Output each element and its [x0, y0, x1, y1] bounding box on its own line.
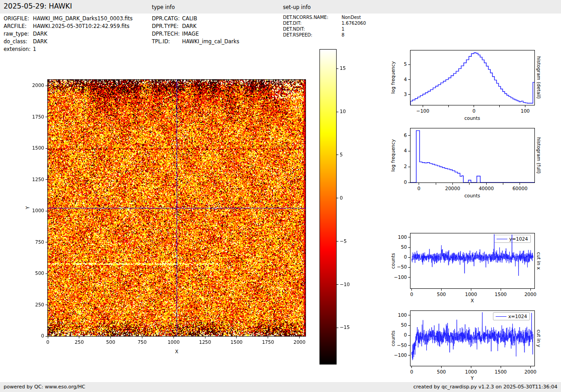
x-tick	[525, 105, 525, 107]
y-tick	[46, 148, 47, 149]
hist-full-right-label: histogram (full)	[536, 137, 542, 174]
info-value: DARK	[33, 31, 47, 37]
y-tick-label: −100	[387, 352, 407, 358]
x-minor-tick	[436, 183, 436, 185]
y-tick-label: −50	[387, 264, 407, 269]
y-tick	[46, 86, 47, 86]
y-tick	[46, 242, 47, 242]
info-label: raw_type:	[4, 31, 29, 37]
y-tick	[408, 151, 410, 151]
y-tick-label: 0	[387, 254, 407, 260]
x-tick-label: 2000	[519, 292, 542, 297]
colorbar-tick	[337, 241, 338, 242]
y-tick-label: 750	[24, 239, 44, 245]
y-tick	[46, 336, 47, 337]
x-tick-label: 250	[68, 339, 91, 345]
x-tick-label: 1500	[489, 369, 512, 374]
y-tick	[408, 182, 410, 183]
cut-y-right-label: cut in y	[536, 329, 542, 347]
x-tick-label: 500	[100, 339, 122, 345]
y-tick-label: −50	[387, 342, 407, 348]
y-tick	[46, 273, 47, 274]
y-tick-label: 1500	[24, 145, 44, 150]
colorbar-tick-label: −5	[340, 238, 347, 244]
x-tick	[173, 337, 174, 338]
colorbar-tick-label: −10	[340, 282, 350, 287]
x-minor-tick	[503, 183, 503, 185]
info-value: 1	[342, 27, 344, 32]
info-value: HAWKI.2025-05-30T10:22:42.959.fits	[33, 23, 129, 29]
x-tick	[452, 183, 453, 185]
colorbar-tick-label: −15	[340, 324, 350, 330]
cut-x-xlabel: X	[470, 298, 474, 303]
colorbar-tick-label: 10	[340, 109, 346, 114]
colorbar-tick-label: 5	[340, 152, 343, 157]
y-tick	[408, 94, 410, 95]
x-tick	[471, 366, 471, 368]
info-value: HAWKI_img_cal_Darks	[182, 38, 239, 45]
x-tick-label: 500	[430, 292, 452, 297]
x-tick	[411, 366, 412, 368]
y-tick	[408, 315, 410, 315]
y-tick-label: 100	[387, 312, 407, 318]
y-tick-label: 1250	[24, 177, 44, 182]
x-tick-label: 2000	[519, 369, 542, 374]
x-tick	[79, 337, 79, 338]
header-bar: 2025-05-29: HAWKI	[0, 0, 561, 14]
x-tick	[268, 337, 268, 338]
x-tick	[471, 289, 471, 291]
x-tick-label: 0	[463, 108, 485, 114]
y-tick	[408, 247, 410, 248]
cut-in-x-line	[410, 233, 534, 288]
hist-full-xlabel: counts	[464, 193, 480, 198]
x-tick	[423, 105, 423, 107]
footer-credit-right: created by qc_rawdisp.py v1.2.3 on 2025-…	[413, 384, 557, 390]
x-tick-label: 1000	[460, 369, 482, 374]
histogram-detail-line	[410, 50, 534, 105]
x-tick	[501, 366, 501, 368]
y-tick-label: 3	[387, 91, 407, 97]
colorbar-tick	[337, 284, 338, 285]
y-tick	[46, 305, 47, 305]
y-tick	[408, 257, 410, 258]
y-tick-label: 6	[387, 132, 407, 138]
x-tick-label: 1250	[194, 339, 216, 345]
info-label: DPR.TYPE:	[152, 23, 178, 29]
info-value: NonDest	[342, 15, 361, 20]
x-tick-label: 60000	[509, 186, 531, 191]
x-tick-label: 1000	[460, 292, 482, 297]
y-tick	[408, 277, 410, 278]
x-tick	[441, 366, 442, 368]
x-tick	[530, 366, 531, 368]
x-tick-label: 0	[408, 186, 430, 191]
info-value: DARK	[33, 38, 47, 45]
x-tick	[205, 337, 205, 338]
info-label: DET.DIT:	[283, 21, 301, 26]
y-tick	[408, 79, 410, 80]
y-tick	[408, 345, 410, 346]
info-value: 8	[342, 32, 344, 37]
info-label: DPR.TECH:	[152, 31, 180, 37]
info-label: TPL.ID:	[152, 38, 170, 45]
y-tick	[408, 64, 410, 65]
y-tick	[408, 355, 410, 356]
info-value: CALIB	[182, 15, 197, 22]
x-tick	[486, 183, 487, 185]
colorbar-tick-label: 0	[340, 195, 343, 201]
y-tick-label: 4	[387, 77, 407, 82]
x-minor-tick	[499, 105, 500, 107]
x-tick-label: 0	[401, 369, 423, 374]
y-tick-label: −100	[387, 274, 407, 280]
x-tick	[501, 289, 501, 291]
x-tick	[48, 337, 48, 338]
y-tick	[46, 211, 47, 211]
hist-detail-xlabel: counts	[464, 115, 480, 121]
y-tick	[408, 135, 410, 136]
info-label: DET.NCORRS.NAME:	[283, 15, 328, 20]
cut-x-right-label: cut in x	[536, 252, 542, 269]
info-label: DPR.CATG:	[152, 15, 180, 22]
y-tick-label: 100	[387, 234, 407, 240]
info-label: ARCFILE:	[4, 23, 27, 29]
y-tick-label: 5	[387, 61, 407, 67]
x-tick	[299, 337, 300, 338]
